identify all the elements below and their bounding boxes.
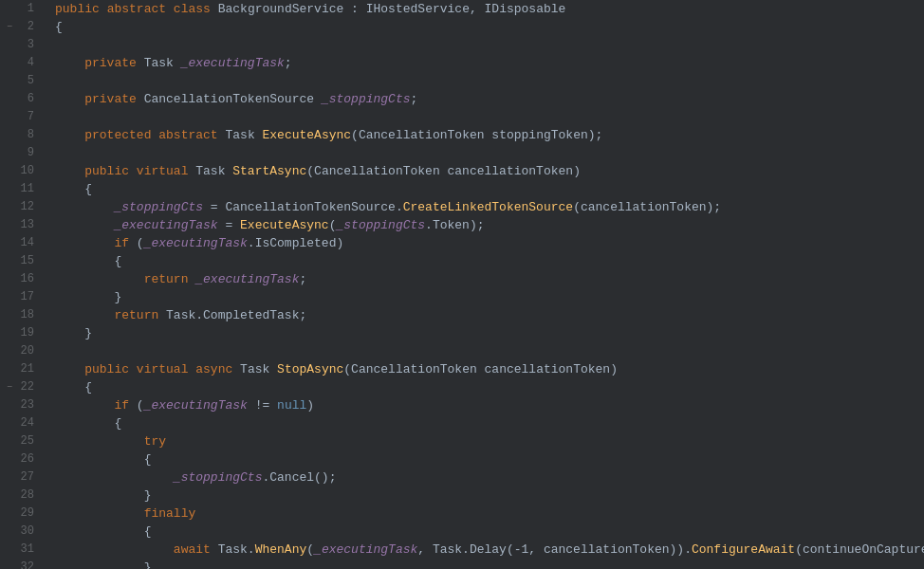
code-line: try: [55, 432, 924, 450]
token-punct: Task.: [211, 541, 255, 559]
fold-indicator[interactable]: −: [7, 18, 12, 36]
token-punct: {: [84, 180, 92, 198]
code-line: return _executingTask;: [55, 270, 924, 288]
token-punct: ;: [285, 54, 292, 72]
token-var-italic: _executingTask: [144, 234, 248, 252]
token-punct: :: [343, 0, 365, 18]
token-punct: (: [129, 234, 144, 252]
code-line: [55, 108, 924, 126]
token-punct: {: [144, 523, 152, 541]
fold-indicator[interactable]: −: [7, 378, 12, 396]
token-punct: =: [218, 216, 240, 234]
line-number: 14: [19, 234, 40, 252]
token-var-italic: _executingTask: [314, 541, 417, 559]
line-number: 25: [19, 432, 40, 450]
code-line: {: [55, 252, 924, 270]
token-punct: }: [144, 559, 152, 569]
code-line: protected abstract Task ExecuteAsync(Can…: [55, 126, 924, 144]
token-kw: public: [55, 0, 100, 18]
code-line: {: [55, 450, 924, 468]
line-number: 13: [19, 216, 40, 234]
token-punct: [188, 360, 195, 378]
token-var-italic: _stoppingCts: [336, 216, 425, 234]
token-method: WhenAny: [255, 541, 307, 559]
fold-gutter[interactable]: −−−: [0, 0, 19, 569]
line-number: 19: [19, 324, 40, 342]
token-punct: (CancellationToken stoppingToken);: [351, 126, 602, 144]
code-line: [55, 36, 924, 54]
token-punct: = CancellationTokenSource.: [203, 198, 403, 216]
token-punct: (continueOnCapturedContext:: [795, 541, 924, 559]
code-line: _stoppingCts.Cancel();: [55, 468, 924, 486]
token-kw: public: [84, 360, 129, 378]
line-number: 12: [19, 198, 40, 216]
token-punct: Task: [218, 126, 263, 144]
token-method: CreateLinkedTokenSource: [403, 198, 573, 216]
line-number: 26: [19, 450, 40, 468]
token-punct: ;: [411, 90, 418, 108]
line-number: 10: [19, 162, 40, 180]
line-number: 21: [19, 360, 40, 378]
token-punct: }: [84, 324, 92, 342]
token-punct: {: [114, 252, 121, 270]
code-line: {: [55, 378, 924, 396]
token-punct: ,: [470, 0, 485, 18]
code-line: {: [55, 180, 924, 198]
token-kw: virtual: [137, 162, 189, 180]
code-line: await Task.WhenAny(_executingTask, Task.…: [55, 541, 924, 559]
code-line: if (_executingTask != null): [55, 396, 924, 414]
token-iface: IDisposable: [485, 0, 566, 18]
token-kw: if: [114, 396, 129, 414]
token-method: StopAsync: [277, 360, 343, 378]
token-punct: CancellationTokenSource: [137, 90, 322, 108]
line-number: 1: [19, 0, 40, 18]
line-number: 16: [19, 270, 40, 288]
code-line: return Task.CompletedTask;: [55, 306, 924, 324]
line-number: 17: [19, 288, 40, 306]
line-number: 29: [19, 505, 40, 523]
line-number: 30: [19, 523, 40, 541]
token-kw: if: [114, 234, 129, 252]
code-line: _stoppingCts = CancellationTokenSource.C…: [55, 198, 924, 216]
code-line: [55, 72, 924, 90]
code-line: }: [55, 559, 924, 569]
token-punct: [129, 360, 137, 378]
token-punct: , Task.Delay(-1, cancellationToken)).: [417, 541, 692, 559]
code-editor: −−− 123456789101112131415161718192021222…: [0, 0, 924, 569]
token-var-italic: _executingTask: [144, 396, 248, 414]
line-number: 2: [19, 18, 40, 36]
token-var-italic: _stoppingCts: [174, 468, 263, 486]
code-line: }: [55, 324, 924, 342]
line-number: 28: [19, 486, 40, 505]
token-punct: [166, 0, 174, 18]
code-line: private CancellationTokenSource _stoppin…: [55, 90, 924, 108]
line-number: 8: [19, 126, 40, 144]
line-number: 3: [19, 36, 40, 54]
token-kw: abstract: [107, 0, 166, 18]
token-punct: [211, 0, 218, 18]
line-number: 23: [19, 396, 40, 414]
token-punct: (: [129, 396, 144, 414]
token-punct: (cancellationToken);: [573, 198, 721, 216]
code-line: public virtual async Task StopAsync(Canc…: [55, 360, 924, 378]
token-punct: {: [144, 450, 152, 468]
token-punct: {: [114, 414, 121, 432]
token-method: StartAsync: [232, 162, 306, 180]
token-punct: [129, 162, 137, 180]
code-line: }: [55, 288, 924, 306]
token-punct: Task: [137, 54, 181, 72]
line-number: 31: [19, 541, 40, 559]
line-number: 20: [19, 342, 40, 360]
line-number: 27: [19, 468, 40, 486]
line-number: 32: [19, 559, 40, 569]
token-punct: {: [84, 378, 92, 396]
token-kw: return: [144, 270, 189, 288]
line-number: 6: [19, 90, 40, 108]
token-punct: }: [144, 486, 152, 505]
code-line: _executingTask = ExecuteAsync(_stoppingC…: [55, 216, 924, 234]
token-punct: [100, 0, 107, 18]
token-var-italic: _executingTask: [195, 270, 299, 288]
token-var-italic: _executingTask: [114, 216, 217, 234]
token-kw: public: [84, 162, 129, 180]
line-number: 22: [19, 378, 40, 396]
